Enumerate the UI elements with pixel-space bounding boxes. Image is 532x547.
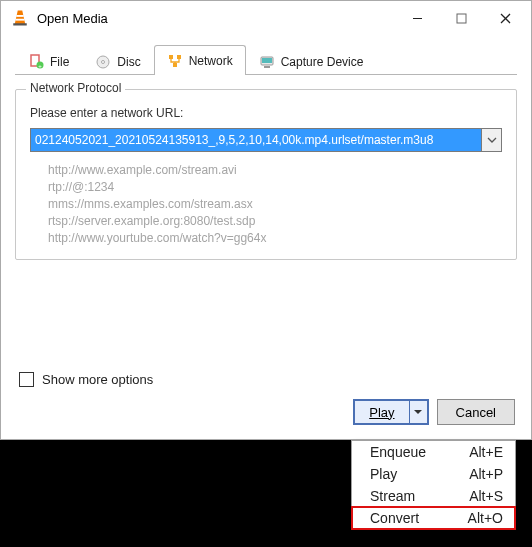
menu-item-stream[interactable]: Stream Alt+S <box>352 485 515 507</box>
vlc-icon <box>11 9 29 27</box>
hint-line: mms://mms.examples.com/stream.asx <box>48 196 498 213</box>
hint-line: rtp://@:1234 <box>48 179 498 196</box>
bottom-button-row: Play Cancel <box>353 399 515 425</box>
show-more-checkbox[interactable] <box>19 372 34 387</box>
menu-item-shortcut: Alt+E <box>469 444 503 460</box>
maximize-button[interactable] <box>439 3 483 33</box>
hint-line: http://www.example.com/stream.avi <box>48 162 498 179</box>
titlebar: Open Media <box>1 1 531 35</box>
svg-rect-2 <box>13 23 27 25</box>
menu-item-shortcut: Alt+S <box>469 488 503 504</box>
body-area: + File Disc Network Capture Device Netwo… <box>1 35 531 260</box>
hint-line: http://www.yourtube.com/watch?v=gg64x <box>48 230 498 247</box>
play-dropdown-menu: Enqueue Alt+E Play Alt+P Stream Alt+S Co… <box>351 440 516 530</box>
play-dropdown-button[interactable] <box>409 401 427 423</box>
tab-disc-label: Disc <box>117 55 140 69</box>
tab-network[interactable]: Network <box>154 45 246 75</box>
disc-icon <box>95 54 111 70</box>
tab-network-label: Network <box>189 54 233 68</box>
svg-text:+: + <box>38 63 42 69</box>
svg-rect-13 <box>177 55 181 59</box>
svg-rect-0 <box>16 15 24 17</box>
menu-item-label: Enqueue <box>370 444 426 460</box>
menu-item-label: Stream <box>370 488 415 504</box>
network-icon <box>167 53 183 69</box>
menu-item-shortcut: Alt+P <box>469 466 503 482</box>
minimize-button[interactable] <box>395 3 439 33</box>
chevron-down-icon <box>487 137 497 143</box>
play-split-button: Play <box>353 399 428 425</box>
group-title: Network Protocol <box>26 81 125 95</box>
svg-rect-17 <box>264 66 270 68</box>
svg-point-11 <box>102 60 105 63</box>
menu-item-label: Convert <box>370 510 419 526</box>
play-button[interactable]: Play <box>355 401 408 423</box>
tab-bar: + File Disc Network Capture Device <box>15 45 517 75</box>
cancel-button[interactable]: Cancel <box>437 399 515 425</box>
svg-rect-16 <box>262 58 272 63</box>
tab-file[interactable]: + File <box>15 47 82 75</box>
tab-capture-label: Capture Device <box>281 55 364 69</box>
url-dropdown-button[interactable] <box>482 128 502 152</box>
tab-capture[interactable]: Capture Device <box>246 47 377 75</box>
tab-file-label: File <box>50 55 69 69</box>
svg-rect-12 <box>169 55 173 59</box>
menu-item-shortcut: Alt+O <box>468 510 503 526</box>
capture-icon <box>259 54 275 70</box>
caret-down-icon <box>414 410 422 415</box>
network-protocol-group: Network Protocol Please enter a network … <box>15 89 517 260</box>
svg-rect-1 <box>16 19 25 21</box>
tab-disc[interactable]: Disc <box>82 47 153 75</box>
show-more-options-row[interactable]: Show more options <box>19 372 153 387</box>
show-more-label: Show more options <box>42 372 153 387</box>
hint-line: rtsp://server.example.org:8080/test.sdp <box>48 213 498 230</box>
svg-rect-14 <box>173 63 177 67</box>
close-button[interactable] <box>483 3 527 33</box>
menu-item-enqueue[interactable]: Enqueue Alt+E <box>352 441 515 463</box>
menu-item-play[interactable]: Play Alt+P <box>352 463 515 485</box>
file-icon: + <box>28 54 44 70</box>
network-url-input[interactable] <box>30 128 482 152</box>
menu-item-convert[interactable]: Convert Alt+O <box>351 506 516 530</box>
window-title: Open Media <box>37 11 108 26</box>
url-prompt: Please enter a network URL: <box>30 106 502 120</box>
url-hints: http://www.example.com/stream.avi rtp://… <box>48 162 498 247</box>
menu-item-label: Play <box>370 466 397 482</box>
svg-rect-4 <box>457 14 466 23</box>
open-media-window: Open Media + File Disc Network <box>0 0 532 440</box>
